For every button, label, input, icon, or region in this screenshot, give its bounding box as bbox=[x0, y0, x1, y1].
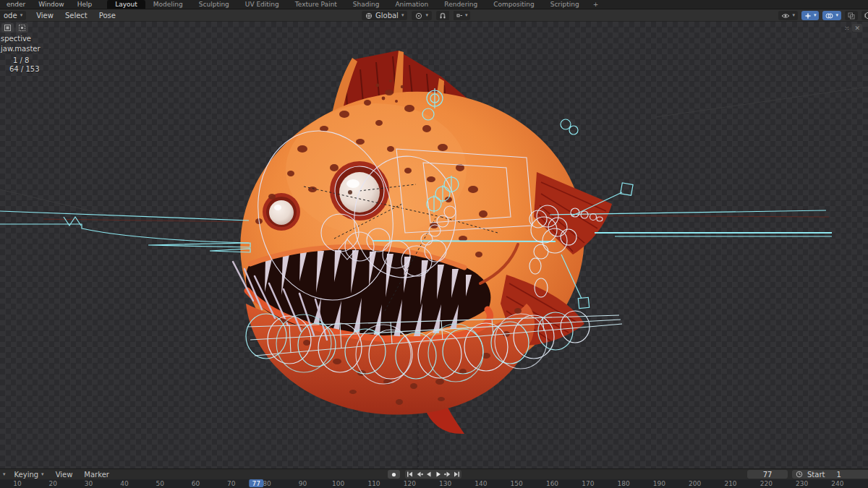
timeline-menu-view[interactable]: View bbox=[50, 471, 79, 479]
clock-icon bbox=[796, 471, 803, 478]
view-perspective-label: spective bbox=[1, 35, 31, 43]
viewport-stats: 1 / 8 64 / 153 bbox=[9, 56, 40, 74]
previous-keyframe-button[interactable] bbox=[414, 470, 424, 479]
timeline-menu-marker[interactable]: Marker bbox=[78, 471, 115, 479]
tab-uv-editing[interactable]: UV Editing bbox=[237, 0, 287, 9]
ruler-frame-label: 230 bbox=[796, 480, 808, 487]
tab-modeling[interactable]: Modeling bbox=[145, 0, 191, 9]
tab-layout[interactable]: Layout bbox=[107, 0, 145, 9]
viewport-header-menus: ViewSelectPose bbox=[30, 12, 122, 20]
close-icon[interactable]: ✕ bbox=[852, 24, 862, 32]
ruler-frame-label: 120 bbox=[404, 480, 416, 487]
playback-transport bbox=[388, 470, 461, 479]
record-icon bbox=[391, 472, 396, 477]
ruler-frame-label: 130 bbox=[439, 480, 451, 487]
menu-help[interactable]: Help bbox=[71, 1, 99, 8]
mode-dropdown[interactable]: ode ▾ bbox=[0, 11, 26, 20]
timeline-ruler[interactable]: 77 1020304050607080901001101201301401501… bbox=[0, 479, 868, 488]
ruler-frame-label: 30 bbox=[85, 480, 93, 487]
editor-type-chevron-icon[interactable]: ▾ bbox=[0, 472, 9, 477]
snap-toggle-button[interactable] bbox=[436, 11, 449, 20]
chevron-down-icon: ▾ bbox=[425, 13, 428, 18]
xray-icon bbox=[848, 12, 855, 20]
add-workspace-button[interactable]: + bbox=[587, 1, 605, 8]
tab-animation[interactable]: Animation bbox=[387, 0, 436, 9]
options-icon[interactable]: ⁙ bbox=[844, 25, 850, 32]
timeline-header: ▾ Keying▾ViewMarker bbox=[0, 468, 868, 479]
scene-canvas bbox=[0, 22, 868, 468]
ruler-frame-label: 170 bbox=[582, 480, 594, 487]
eye-icon bbox=[781, 12, 790, 20]
chevron-down-icon: ▾ bbox=[401, 13, 404, 18]
stats-line-1: 1 / 8 bbox=[9, 56, 40, 65]
ruler-frame-label: 150 bbox=[511, 480, 523, 487]
ruler-frame-label: 140 bbox=[475, 480, 487, 487]
mode-dropdown-label: ode bbox=[4, 12, 17, 20]
ruler-frame-label: 110 bbox=[367, 480, 380, 487]
timeline-menu-keying[interactable]: Keying▾ bbox=[9, 471, 50, 479]
active-bone-label: jaw.master bbox=[1, 45, 41, 53]
ruler-frame-label: 70 bbox=[227, 480, 235, 487]
play-button[interactable] bbox=[433, 470, 443, 479]
viewport-menu-view[interactable]: View bbox=[30, 12, 59, 20]
pivot-icon bbox=[415, 12, 422, 20]
tab-shading[interactable]: Shading bbox=[345, 0, 388, 9]
next-keyframe-button[interactable] bbox=[443, 470, 452, 479]
object-visibility-dropdown[interactable]: ▾ bbox=[778, 11, 798, 20]
menu-ender[interactable]: ender bbox=[0, 1, 32, 8]
viewport-corner-icons bbox=[1, 23, 28, 33]
ruler-frame-label: 220 bbox=[760, 480, 773, 487]
orientation-icon bbox=[365, 12, 373, 20]
ruler-frame-label: 160 bbox=[546, 480, 558, 487]
tool-settings-icon[interactable] bbox=[16, 23, 28, 33]
viewport-menu-pose[interactable]: Pose bbox=[93, 12, 122, 20]
current-frame-field[interactable]: 77 bbox=[747, 470, 788, 479]
transform-orientation-dropdown[interactable]: Global ▾ bbox=[362, 11, 407, 20]
chevron-down-icon: ▾ bbox=[41, 472, 44, 477]
workspace-tabs: LayoutModelingSculptingUV EditingTexture… bbox=[107, 0, 587, 9]
show-overlays-toggle[interactable]: ▾ bbox=[822, 11, 841, 20]
tab-rendering[interactable]: Rendering bbox=[436, 0, 485, 9]
tab-texture-paint[interactable]: Texture Paint bbox=[287, 0, 345, 9]
gizmo-icon bbox=[804, 12, 812, 20]
ruler-frame-label: 40 bbox=[120, 480, 128, 487]
start-frame-field[interactable]: Start 1 bbox=[792, 470, 868, 479]
ruler-frame-label: 50 bbox=[156, 480, 163, 487]
tab-compositing[interactable]: Compositing bbox=[485, 0, 542, 9]
jump-to-start-button[interactable] bbox=[405, 470, 414, 479]
auto-keying-button[interactable] bbox=[388, 470, 400, 479]
magnet-icon bbox=[439, 12, 446, 20]
transport-buttons bbox=[405, 470, 461, 479]
menu-window[interactable]: Window bbox=[32, 1, 71, 8]
editor-type-icon[interactable] bbox=[1, 23, 14, 33]
start-value: 1 bbox=[836, 471, 841, 479]
shading-mode-button[interactable] bbox=[861, 11, 868, 20]
chevron-down-icon: ▾ bbox=[465, 13, 468, 18]
viewport-menu-select[interactable]: Select bbox=[59, 12, 93, 20]
viewport-topright-icons: ⁙ ✕ bbox=[844, 24, 862, 32]
play-reverse-button[interactable] bbox=[424, 470, 433, 479]
ruler-frame-label: 10 bbox=[13, 480, 21, 487]
ruler-frame-label: 60 bbox=[192, 480, 200, 487]
3d-viewport[interactable]: spective jaw.master 1 / 8 64 / 153 ⁙ ✕ bbox=[0, 22, 868, 468]
frame-controls: 77 Start 1 bbox=[747, 470, 868, 479]
tab-sculpting[interactable]: Sculpting bbox=[191, 0, 237, 9]
ruler-frame-label: 180 bbox=[618, 480, 630, 487]
timeline-menus: Keying▾ViewMarker bbox=[9, 471, 115, 479]
pivot-point-dropdown[interactable]: ▾ bbox=[412, 11, 432, 20]
jump-to-end-button[interactable] bbox=[452, 470, 461, 479]
viewport-info-text: spective jaw.master bbox=[1, 34, 41, 54]
show-gizmo-toggle[interactable]: ▾ bbox=[801, 11, 820, 20]
chevron-down-icon: ▾ bbox=[792, 13, 795, 18]
ruler-frame-label: 100 bbox=[332, 480, 344, 487]
stats-line-2: 64 / 153 bbox=[9, 65, 40, 74]
playhead-badge[interactable]: 77 bbox=[250, 479, 263, 487]
topbar: enderWindowHelp LayoutModelingSculptingU… bbox=[0, 0, 868, 9]
snap-settings-dropdown[interactable]: ▾ bbox=[454, 11, 471, 20]
ruler-frame-label: 210 bbox=[724, 480, 736, 487]
orientation-label: Global bbox=[375, 12, 399, 20]
tab-scripting[interactable]: Scripting bbox=[542, 0, 587, 9]
ruler-frame-label: 240 bbox=[831, 480, 843, 487]
topbar-menus: enderWindowHelp bbox=[0, 1, 98, 8]
xray-toggle[interactable] bbox=[845, 11, 858, 20]
